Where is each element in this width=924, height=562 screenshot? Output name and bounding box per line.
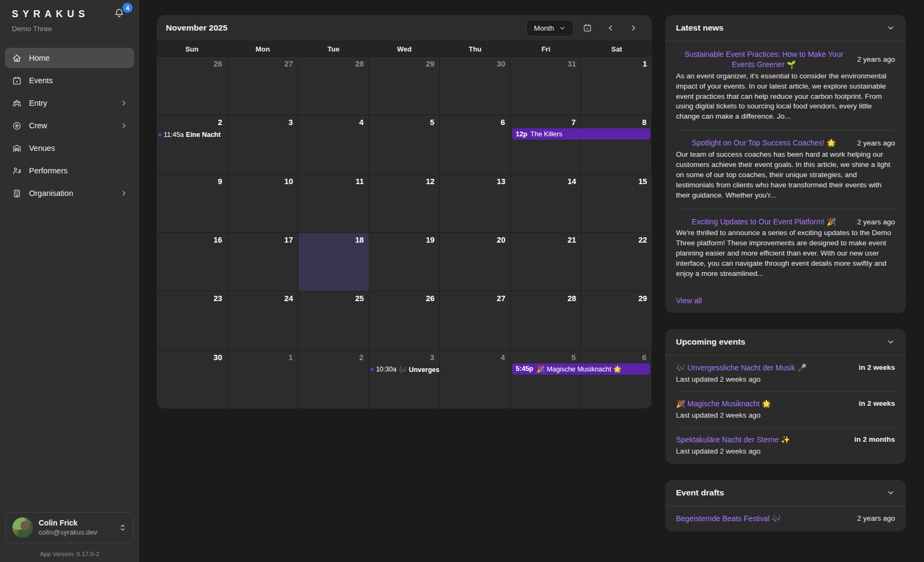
- calendar-day-cell[interactable]: 24: [228, 291, 299, 349]
- news-list: Sustainable Event Practices: How to Make…: [665, 41, 906, 288]
- sidebar-item-home[interactable]: Home: [5, 48, 134, 68]
- calendar-day-cell[interactable]: 16: [157, 233, 228, 291]
- upcoming-event-link[interactable]: 🎶 Unvergessliche Nacht der Musik 🎤: [676, 363, 806, 372]
- news-article-age: 2 years ago: [857, 218, 895, 226]
- calendar-day-cell-today[interactable]: 18: [299, 233, 369, 291]
- calendar-day-cell[interactable]: 15: [581, 174, 652, 232]
- latest-news-header[interactable]: Latest news: [665, 15, 906, 41]
- sidebar-item-label: Organisation: [29, 189, 73, 198]
- calendar-day-cell[interactable]: 30: [157, 351, 228, 408]
- calendar-day-cell[interactable]: 4: [440, 351, 511, 408]
- calendar-day-cell[interactable]: 5: [369, 115, 440, 173]
- calendar-event-chip[interactable]: 10:30a 🎶 Unvergessliche Nacht der Musik …: [370, 364, 439, 375]
- calendar-month-title: November 2025: [166, 23, 526, 33]
- calendar-day-cell[interactable]: 3 10:30a 🎶 Unvergessliche Nacht der Musi…: [369, 351, 440, 408]
- calendar-day-cell[interactable]: 25: [299, 291, 369, 349]
- calendar-day-cell[interactable]: 6: [581, 351, 652, 408]
- user-profile-menu[interactable]: Colin Frick colin@syrakus.dev: [5, 512, 134, 543]
- calendar-day-cell[interactable]: 26: [369, 291, 440, 349]
- sidebar-item-label: Home: [29, 54, 50, 62]
- calendar-icon: [12, 76, 22, 86]
- calendar-day-cell[interactable]: 3: [228, 115, 299, 173]
- event-drafts-header[interactable]: Event drafts: [665, 480, 906, 506]
- calendar-toolbar: Month: [526, 19, 643, 37]
- notifications-button[interactable]: 4: [113, 8, 125, 19]
- calendar-day-cell[interactable]: 23: [157, 291, 228, 349]
- news-article-link[interactable]: Sustainable Event Practices: How to Make…: [676, 49, 852, 70]
- calendar-week-row: 9 10 11 12 13 14 15: [157, 174, 652, 232]
- calendar-day-cell[interactable]: 14: [511, 174, 581, 232]
- panel-title: Event drafts: [676, 488, 724, 498]
- calendar-day-cell[interactable]: 22: [581, 233, 652, 291]
- event-drafts-list: Begeisternde Beats Festival 🎶 2 years ag…: [665, 506, 906, 531]
- upcoming-events-header[interactable]: Upcoming events: [665, 329, 906, 355]
- calendar-day-cell[interactable]: 12: [369, 174, 440, 232]
- calendar-day-cell[interactable]: 28: [511, 291, 581, 349]
- upcoming-event-when: in 2 weeks: [858, 399, 895, 407]
- calendar-event-chip[interactable]: 11:45a Eine Nacht: [158, 129, 227, 140]
- notification-count-badge: 4: [122, 3, 133, 13]
- panel-title: Latest news: [676, 23, 724, 33]
- user-name: Colin Frick: [39, 519, 113, 528]
- news-footer: View all: [665, 288, 906, 313]
- news-article-link[interactable]: Exciting Updates to Our Event Platform! …: [676, 217, 852, 227]
- calendar-day-cell[interactable]: 2: [298, 351, 369, 408]
- calendar-day-cell[interactable]: 27: [440, 291, 511, 349]
- calendar-day-cell[interactable]: 27: [228, 57, 299, 115]
- calendar-day-cell[interactable]: 8: [581, 115, 652, 173]
- view-all-link[interactable]: View all: [676, 296, 702, 305]
- chevron-down-icon[interactable]: [886, 338, 895, 346]
- warehouse-icon: [12, 143, 22, 154]
- calendar-day-cell[interactable]: 6: [440, 115, 511, 173]
- chevron-down-icon[interactable]: [886, 24, 895, 32]
- calendar-day-cell[interactable]: 29: [581, 291, 652, 349]
- calendar-day-cell[interactable]: 4: [298, 115, 369, 173]
- chevron-right-icon: [629, 24, 638, 32]
- calendar-day-cell[interactable]: 1: [581, 57, 652, 115]
- calendar-day-cell[interactable]: 26: [157, 57, 228, 115]
- crew-badge-icon: [12, 121, 22, 131]
- event-draft-link[interactable]: Begeisternde Beats Festival 🎶: [676, 514, 781, 523]
- calendar-event-bar[interactable]: 12p The Killers: [512, 128, 650, 140]
- calendar-day-cell[interactable]: 10: [228, 174, 299, 232]
- calendar-day-cell[interactable]: 17: [228, 233, 299, 291]
- calendar-event-bar[interactable]: 5:45p 🎉 Magische Musiknacht 🌟: [512, 363, 650, 375]
- calendar-day-cell[interactable]: 9: [157, 174, 228, 232]
- calendar-today-icon: [583, 23, 592, 33]
- calendar-day-cell[interactable]: 1: [228, 351, 299, 408]
- calendar-day-cell[interactable]: 5: [511, 351, 581, 408]
- news-article-body: As an event organizer, it's essential to…: [676, 71, 895, 122]
- sidebar-item-label: Entry: [29, 99, 47, 107]
- sidebar-item-crew[interactable]: Crew: [5, 115, 134, 136]
- calendar-day-cell[interactable]: 21: [511, 233, 581, 291]
- next-month-button[interactable]: [624, 19, 643, 37]
- calendar-day-cell[interactable]: 13: [440, 174, 511, 232]
- calendar-day-cell[interactable]: 19: [369, 233, 440, 291]
- upcoming-event-link[interactable]: 🎉 Magische Musiknacht 🌟: [676, 399, 771, 408]
- news-article-link[interactable]: Spotlight on Our Top Success Coaches! 🌟: [676, 138, 852, 148]
- upcoming-event-link[interactable]: Spektakuläre Nacht der Sterne ✨: [676, 435, 790, 444]
- sidebar: SYRAKUS Demo Three 4 Home: [0, 0, 139, 562]
- news-article-age: 2 years ago: [857, 139, 895, 147]
- calendar-day-cell[interactable]: 11: [299, 174, 369, 232]
- calendar-day-cell[interactable]: 2 11:45a Eine Nacht: [157, 115, 228, 173]
- calendar-grid: 26 27 28 29 30 31 1 2 11:45a Eine Nacht: [157, 56, 652, 408]
- chevron-down-icon[interactable]: [886, 488, 895, 497]
- sidebar-item-organisation[interactable]: Organisation: [5, 183, 134, 203]
- sidebar-item-events[interactable]: Events: [5, 70, 134, 91]
- prev-month-button[interactable]: [601, 19, 620, 37]
- today-button[interactable]: [578, 19, 596, 37]
- calendar-day-cell[interactable]: 7: [511, 115, 581, 173]
- weekday-label: Tue: [299, 41, 369, 56]
- calendar-day-cell[interactable]: 30: [440, 57, 511, 115]
- calendar-day-cell[interactable]: 20: [440, 233, 511, 291]
- calendar-day-cell[interactable]: 29: [369, 57, 440, 115]
- view-selector-dropdown[interactable]: Month: [526, 20, 573, 37]
- calendar-day-cell[interactable]: 31: [511, 57, 581, 115]
- chevron-left-icon: [606, 24, 615, 32]
- sidebar-item-performers[interactable]: Performers: [5, 160, 134, 181]
- sidebar-item-entry[interactable]: Entry: [5, 93, 134, 113]
- calendar-day-cell[interactable]: 28: [299, 57, 369, 115]
- news-article-body: Our team of success coaches has been har…: [676, 150, 895, 200]
- sidebar-item-venues[interactable]: Venues: [5, 138, 134, 158]
